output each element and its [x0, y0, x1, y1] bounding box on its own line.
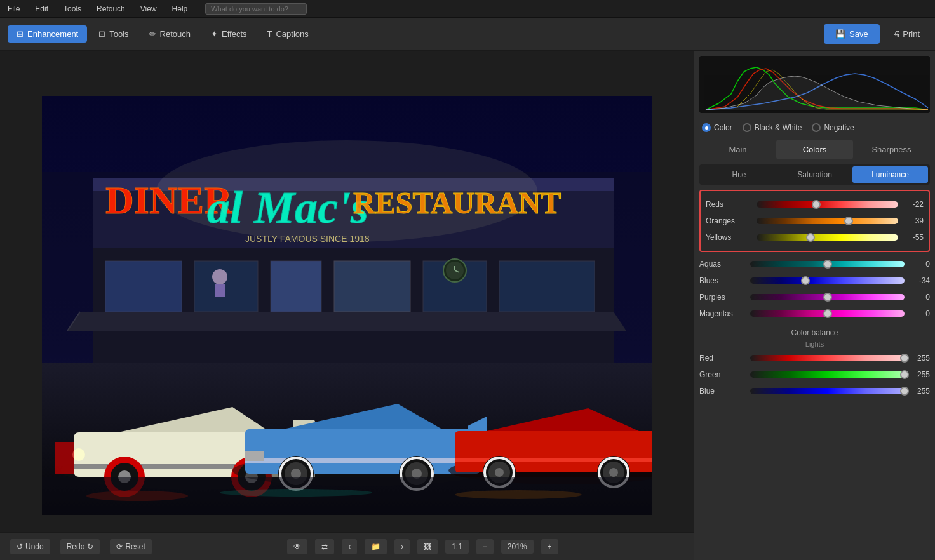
- flip-button[interactable]: ⇄: [315, 539, 334, 554]
- aquas-track[interactable]: [750, 261, 905, 267]
- photo-canvas[interactable]: DINER al Mac's RESTAURANT JUSTLY FAMOUS …: [42, 96, 652, 515]
- subtab-hue[interactable]: Hue: [701, 166, 777, 183]
- histogram: [699, 56, 930, 113]
- oranges-track[interactable]: [757, 218, 898, 224]
- svg-text:RESTAURANT: RESTAURANT: [353, 186, 561, 220]
- aquas-label: Aquas: [699, 260, 745, 269]
- tab-retouch[interactable]: ✏ Retouch: [140, 25, 199, 43]
- balance-red-track[interactable]: [750, 355, 905, 361]
- yellows-thumb[interactable]: [806, 233, 815, 242]
- print-button[interactable]: 🖨 Print: [885, 24, 927, 44]
- blues-value: -34: [910, 276, 930, 285]
- oranges-value: 39: [903, 217, 924, 225]
- menu-file[interactable]: File: [5, 3, 22, 15]
- balance-blue-value: 255: [910, 387, 930, 396]
- color-radio-dot: [702, 123, 711, 132]
- balance-blue-label: Blue: [699, 387, 745, 396]
- reset-button[interactable]: ⟳ Reset: [110, 539, 151, 554]
- tab-main[interactable]: Main: [699, 140, 776, 159]
- redo-button[interactable]: Redo ↻: [60, 539, 100, 554]
- enhancement-icon: ⊞: [17, 29, 24, 39]
- svg-text:JUSTLY FAMOUS SINCE 1918: JUSTLY FAMOUS SINCE 1918: [245, 234, 370, 244]
- magentas-track[interactable]: [750, 310, 905, 317]
- aquas-thumb[interactable]: [823, 260, 832, 269]
- next-button[interactable]: ›: [394, 539, 410, 554]
- tab-captions[interactable]: T Captions: [259, 25, 318, 43]
- magentas-slider-row: Magentas 0: [699, 305, 930, 322]
- svg-rect-36: [55, 442, 74, 474]
- yellows-label: Yellows: [706, 233, 751, 242]
- menu-search[interactable]: [205, 3, 307, 15]
- zoom-level: 201%: [501, 540, 534, 554]
- magentas-label: Magentas: [699, 309, 745, 318]
- oranges-label: Oranges: [706, 217, 751, 225]
- magentas-value: 0: [910, 309, 930, 318]
- yellows-slider-row: Yellows -55: [706, 229, 924, 246]
- captions-icon: T: [267, 29, 272, 39]
- purples-track[interactable]: [750, 294, 905, 300]
- svg-point-57: [495, 468, 504, 477]
- balance-blue-track[interactable]: [750, 388, 905, 394]
- balance-green-thumb[interactable]: [900, 370, 909, 379]
- balance-red-thumb[interactable]: [900, 354, 909, 363]
- bw-mode-label: Black & White: [755, 123, 802, 132]
- balance-blue-row: Blue 255: [699, 383, 930, 399]
- toolbar-right: 💾 Save 🖨 Print: [824, 24, 927, 44]
- svg-rect-16: [105, 261, 182, 312]
- menu-help[interactable]: Help: [170, 3, 191, 15]
- menu-edit[interactable]: Edit: [32, 3, 51, 15]
- tools-icon: ⊡: [98, 29, 105, 39]
- reds-value: -22: [903, 200, 924, 209]
- balance-green-track[interactable]: [750, 371, 905, 378]
- tab-sharpness[interactable]: Sharpness: [853, 140, 930, 159]
- purples-label: Purples: [699, 293, 745, 302]
- tab-tools[interactable]: ⊡ Tools: [90, 25, 137, 43]
- undo-button[interactable]: ↺ Undo: [10, 539, 50, 554]
- yellows-track[interactable]: [757, 234, 898, 241]
- negative-mode-label: Negative: [824, 123, 854, 132]
- reset-icon: ⟳: [116, 542, 123, 551]
- purples-thumb[interactable]: [823, 293, 832, 302]
- menu-retouch[interactable]: Retouch: [94, 3, 128, 15]
- color-mode-color[interactable]: Color: [702, 123, 732, 132]
- svg-rect-50: [245, 451, 264, 461]
- svg-rect-11: [194, 261, 258, 312]
- right-panel: Color Black & White Negative Main Colors…: [694, 51, 935, 560]
- balance-red-label: Red: [699, 354, 745, 363]
- tab-colors[interactable]: Colors: [776, 140, 853, 159]
- tab-effects[interactable]: ✦ Effects: [202, 25, 256, 43]
- histogram-svg: [699, 56, 930, 113]
- folder-button[interactable]: 📁: [365, 539, 387, 554]
- oranges-thumb[interactable]: [844, 217, 853, 225]
- menu-tools[interactable]: Tools: [61, 3, 84, 15]
- panel-tabs: Main Colors Sharpness: [699, 140, 930, 159]
- reds-label: Reds: [706, 200, 751, 209]
- zoom-in-button[interactable]: +: [541, 539, 558, 554]
- oranges-slider-row: Oranges 39: [706, 213, 924, 229]
- blues-thumb[interactable]: [801, 276, 810, 285]
- menu-view[interactable]: View: [138, 3, 159, 15]
- reds-thumb[interactable]: [812, 200, 821, 209]
- eye-button[interactable]: 👁: [287, 539, 307, 554]
- tab-enhancement[interactable]: ⊞ Enhancement: [8, 25, 87, 43]
- magentas-thumb[interactable]: [823, 309, 832, 318]
- color-mode-negative[interactable]: Negative: [812, 123, 854, 132]
- blues-track[interactable]: [750, 277, 905, 284]
- canvas-area[interactable]: DINER al Mac's RESTAURANT JUSTLY FAMOUS …: [0, 51, 694, 560]
- svg-point-60: [609, 468, 618, 477]
- svg-point-67: [455, 490, 582, 499]
- save-button[interactable]: 💾 Save: [824, 24, 880, 44]
- subtab-saturation[interactable]: Saturation: [777, 166, 852, 183]
- svg-rect-13: [334, 261, 410, 312]
- balance-blue-thumb[interactable]: [900, 387, 909, 396]
- prev-button[interactable]: ‹: [342, 539, 357, 554]
- balance-green-label: Green: [699, 370, 745, 379]
- zoom-out-button[interactable]: −: [476, 539, 494, 554]
- color-balance-section: Color balance Lights Red 255 Green 255 B: [699, 324, 930, 399]
- print-icon: 🖨: [892, 29, 901, 39]
- image-button[interactable]: 🖼: [417, 539, 438, 554]
- reds-track[interactable]: [757, 201, 898, 208]
- subtab-luminance[interactable]: Luminance: [852, 166, 928, 183]
- color-mode-bw[interactable]: Black & White: [743, 123, 802, 132]
- negative-radio-dot: [812, 123, 821, 132]
